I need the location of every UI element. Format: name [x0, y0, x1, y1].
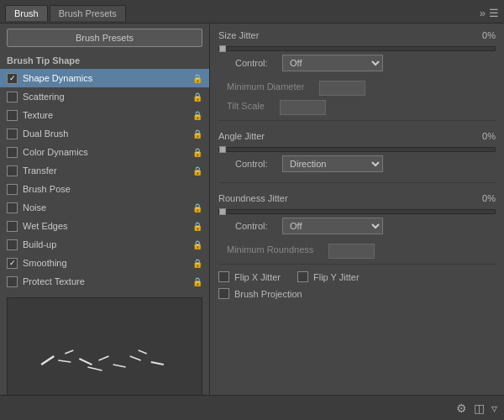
right-panel: Size Jitter 0% Control: Off Fade Pen Pre…	[210, 24, 504, 420]
control3-select[interactable]: Off Fade Pen Pressure Pen Tilt	[282, 218, 383, 234]
svg-line-4	[87, 367, 102, 370]
lock-color-dynamics: 🔒	[192, 148, 202, 157]
svg-line-6	[113, 365, 126, 367]
flip-y-row: Flip Y Jitter	[297, 271, 360, 282]
label-build-up: Build-up	[23, 239, 192, 249]
brush-list: ✓ Shape Dynamics 🔒 Scattering 🔒 Texture …	[0, 67, 209, 292]
minimum-roundness-label: Minimum Roundness	[218, 243, 322, 256]
tab-brush[interactable]: Brush	[5, 5, 48, 21]
bottom-toolbar: ⚙ ◫ ▿	[0, 395, 504, 420]
roundness-jitter-row: Roundness Jitter 0%	[218, 190, 496, 207]
checkbox-noise[interactable]	[7, 202, 18, 213]
control3-label: Control:	[235, 221, 277, 231]
tab-bar: Brush Brush Presets » ☰	[0, 0, 504, 24]
angle-jitter-control-row: Control: Off Direction Initial Direction…	[218, 155, 496, 172]
angle-jitter-section: Angle Jitter 0% Control: Off Direction I…	[210, 124, 504, 179]
lock-dual-brush: 🔒	[192, 129, 202, 139]
roundness-jitter-section: Roundness Jitter 0% Control: Off Fade Pe…	[210, 186, 504, 241]
angle-jitter-row: Angle Jitter 0%	[218, 128, 496, 144]
tilt-scale-label: Tilt Scale	[218, 99, 273, 113]
angle-jitter-thumb[interactable]	[219, 146, 226, 153]
flip-row: Flip X Jitter Flip Y Jitter	[210, 268, 504, 286]
tab-brush-presets[interactable]: Brush Presets	[50, 5, 126, 21]
flip-y-checkbox[interactable]	[297, 271, 308, 282]
lock-transfer: 🔒	[192, 166, 202, 176]
roundness-jitter-control-row: Control: Off Fade Pen Pressure Pen Tilt	[218, 218, 496, 234]
checkbox-brush-pose[interactable]	[7, 184, 18, 195]
brush-item-texture[interactable]: Texture 🔒	[0, 106, 209, 124]
expand-icon[interactable]: »	[480, 7, 486, 19]
roundness-jitter-slider-row	[218, 209, 496, 214]
divider2	[218, 182, 496, 183]
label-brush-pose: Brush Pose	[23, 184, 202, 194]
brush-projection-checkbox[interactable]	[218, 288, 229, 299]
brush-presets-button[interactable]: Brush Presets	[7, 29, 202, 47]
checkbox-build-up[interactable]	[7, 239, 18, 250]
brush-item-transfer[interactable]: Transfer 🔒	[0, 161, 209, 180]
svg-line-5	[98, 356, 108, 360]
brush-item-brush-pose[interactable]: Brush Pose	[0, 180, 209, 198]
lock-texture: 🔒	[192, 111, 202, 120]
divider3	[218, 264, 496, 265]
checkbox-scattering[interactable]	[7, 92, 18, 102]
control1-select[interactable]: Off Fade Pen Pressure Pen Tilt	[282, 55, 383, 71]
minimum-diameter-input[interactable]	[319, 81, 365, 96]
brush-item-build-up[interactable]: Build-up 🔒	[0, 235, 209, 254]
brush-item-shape-dynamics[interactable]: ✓ Shape Dynamics 🔒	[0, 69, 209, 87]
size-jitter-label: Size Jitter	[218, 30, 470, 40]
checkbox-transfer[interactable]	[7, 165, 18, 176]
minimum-roundness-input[interactable]	[328, 244, 375, 259]
flip-x-checkbox[interactable]	[218, 271, 229, 282]
brush-item-noise[interactable]: Noise 🔒	[0, 198, 209, 217]
checkbox-color-dynamics[interactable]	[7, 147, 18, 158]
brush-item-smoothing[interactable]: ✓ Smoothing 🔒	[0, 254, 209, 272]
size-jitter-section: Size Jitter 0% Control: Off Fade Pen Pre…	[210, 24, 504, 78]
roundness-jitter-label: Roundness Jitter	[218, 193, 470, 203]
checkbox-texture[interactable]	[7, 110, 18, 121]
checkbox-wet-edges[interactable]	[7, 221, 18, 232]
checkbox-dual-brush[interactable]	[7, 129, 18, 139]
main-container: Brush Brush Presets » ☰ Brush Presets Br…	[0, 0, 504, 420]
minimum-diameter-label: Minimum Diameter	[218, 80, 312, 93]
label-shape-dynamics: Shape Dynamics	[23, 73, 192, 83]
grid-icon[interactable]: ◫	[474, 402, 485, 415]
size-jitter-thumb[interactable]	[219, 45, 226, 52]
lock-wet-edges: 🔒	[192, 222, 202, 231]
lock-scattering: 🔒	[192, 92, 202, 102]
brush-item-scattering[interactable]: Scattering 🔒	[0, 87, 209, 106]
control1-label: Control:	[235, 58, 277, 68]
svg-line-8	[139, 350, 147, 354]
brush-item-color-dynamics[interactable]: Color Dynamics 🔒	[0, 143, 209, 161]
brush-item-wet-edges[interactable]: Wet Edges 🔒	[0, 217, 209, 235]
menu-icon[interactable]: ☰	[489, 7, 499, 19]
tilt-scale-input[interactable]	[280, 100, 326, 115]
label-noise: Noise	[23, 202, 192, 213]
left-panel: Brush Presets Brush Tip Shape ✓ Shape Dy…	[0, 24, 210, 420]
lock-smoothing: 🔒	[192, 259, 202, 268]
flip-y-label: Flip Y Jitter	[313, 272, 360, 282]
lock-shape-dynamics: 🔒	[192, 74, 202, 83]
svg-line-0	[41, 356, 54, 365]
svg-line-3	[79, 359, 92, 365]
checkbox-smoothing[interactable]: ✓	[7, 258, 18, 269]
panel-icon[interactable]: ▿	[491, 402, 497, 415]
roundness-jitter-slider[interactable]	[218, 209, 496, 214]
size-jitter-slider[interactable]	[218, 46, 496, 51]
brush-projection-label: Brush Projection	[234, 289, 302, 299]
angle-jitter-slider[interactable]	[218, 147, 496, 152]
label-color-dynamics: Color Dynamics	[23, 147, 192, 157]
brush-tip-shape-title: Brush Tip Shape	[0, 52, 209, 67]
checkbox-shape-dynamics[interactable]: ✓	[7, 73, 18, 84]
lock-build-up: 🔒	[192, 240, 202, 249]
size-jitter-row: Size Jitter 0%	[218, 27, 496, 44]
brush-item-dual-brush[interactable]: Dual Brush 🔒	[0, 124, 209, 143]
label-texture: Texture	[23, 110, 192, 120]
divider1	[218, 120, 496, 121]
settings-icon[interactable]: ⚙	[456, 402, 467, 415]
brush-item-protect-texture[interactable]: Protect Texture 🔒	[0, 272, 209, 291]
roundness-jitter-thumb[interactable]	[219, 208, 226, 215]
checkbox-protect-texture[interactable]	[7, 276, 18, 287]
control2-select[interactable]: Off Direction Initial Direction Pen Tilt	[282, 155, 383, 172]
label-smoothing: Smoothing	[23, 258, 192, 268]
flip-x-row: Flip X Jitter	[218, 271, 281, 282]
